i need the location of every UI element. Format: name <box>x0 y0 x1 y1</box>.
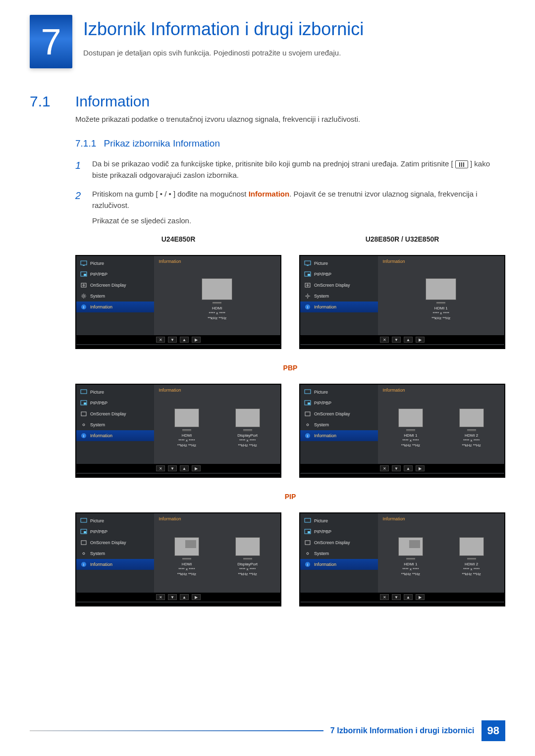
osd-content-title: Information <box>159 259 275 264</box>
svg-rect-0 <box>81 261 87 265</box>
info-icon: i <box>304 304 311 310</box>
osd-menu-system[interactable]: System <box>300 291 378 302</box>
osd-menu-picture[interactable]: Picture <box>300 258 378 269</box>
osd-content: Information HDMI **** x **** **kHz **Hz <box>154 256 280 335</box>
info-icon: i <box>80 304 87 310</box>
nav-close[interactable]: ✕ <box>156 337 165 343</box>
osd-nav: ✕ ▼ ▲ ▶ <box>76 335 280 344</box>
svg-rect-33 <box>81 541 86 545</box>
mode-label-pip: PIP <box>75 493 505 501</box>
footer-text: 7 Izbornik Information i drugi izbornici <box>330 726 475 735</box>
picture-icon <box>80 260 87 266</box>
chapter-number: 7 <box>30 15 72 68</box>
model-label-left: U24E850R <box>75 235 281 243</box>
osd-panel: Picture PIP/PBP OnScreen Display System … <box>75 255 281 349</box>
section-body: Možete prikazati podatke o trenutačnoj i… <box>75 115 505 123</box>
osd-menu-system[interactable]: System <box>76 291 154 302</box>
osd-menu: Picture PIP/PBP OnScreen Display System … <box>76 256 154 335</box>
nav-right[interactable]: ▶ <box>192 337 201 343</box>
osd-menu-information[interactable]: iInformation <box>300 302 378 312</box>
svg-rect-1 <box>83 265 85 266</box>
svg-rect-26 <box>305 412 310 416</box>
footer-rule <box>30 730 323 731</box>
page-number: 98 <box>482 720 505 741</box>
svg-rect-39 <box>308 531 310 533</box>
model-label-right: U28E850R / U32E850R <box>299 235 505 243</box>
steps-list: 1 Da bi se prikazao vodič za funkcijske … <box>75 158 505 226</box>
mode-label-pbp: PBP <box>75 364 505 372</box>
svg-rect-8 <box>305 261 311 265</box>
step-2-text-c: Prikazat će se sljedeći zaslon. <box>92 216 191 225</box>
chapter-title: Izbornik Information i drugi izbornici <box>83 19 364 40</box>
step-1-text-a: Da bi se prikazao vodič za funkcijske ti… <box>92 159 455 168</box>
chapter-subtitle: Dostupan je detaljan opis svih funkcija.… <box>83 49 364 57</box>
svg-rect-25 <box>308 403 310 404</box>
svg-point-13 <box>307 295 309 297</box>
svg-text:i: i <box>307 562 308 567</box>
osd-menu-onscreen[interactable]: OnScreen Display <box>76 280 154 291</box>
svg-rect-9 <box>307 265 309 266</box>
svg-text:i: i <box>307 305 308 309</box>
gear-icon <box>304 293 311 299</box>
svg-rect-18 <box>84 403 86 404</box>
onscreen-icon <box>80 282 87 288</box>
osd-menu: Picture PIP/PBP OnScreen Display System … <box>300 256 378 335</box>
page-footer: 7 Izbornik Information i drugi izbornici… <box>30 720 505 741</box>
nav-down[interactable]: ▼ <box>168 337 177 343</box>
svg-point-34 <box>83 553 85 554</box>
osd-panel-pbp: Picture PIP/PBP OnScreen Display System … <box>75 384 281 478</box>
osd-panel-pip: Picture PIP/PBP OnScreen Display System … <box>75 512 281 606</box>
svg-point-20 <box>83 424 85 426</box>
step-2-text-a: Pritiskom na gumb [ • / • ] dođite na mo… <box>92 190 249 198</box>
osd-panel-pip: Picture PIP/PBP OnScreen Display System … <box>299 512 505 606</box>
section-title: Information <box>75 93 150 110</box>
svg-point-41 <box>307 553 309 554</box>
svg-rect-16 <box>81 390 87 394</box>
svg-rect-23 <box>305 390 311 394</box>
subsection-number: 7.1.1 <box>75 138 96 149</box>
svg-rect-11 <box>308 274 310 276</box>
svg-text:i: i <box>83 305 84 309</box>
svg-rect-19 <box>81 412 86 416</box>
osd-panel: Picture PIP/PBP OnScreen Display System … <box>299 255 505 349</box>
osd-menu-picture[interactable]: Picture <box>76 258 154 269</box>
svg-point-27 <box>307 424 309 426</box>
picture-icon <box>304 260 311 266</box>
step-number: 1 <box>75 158 84 181</box>
section-number: 7.1 <box>30 93 64 110</box>
svg-rect-37 <box>305 518 311 522</box>
subsection-title: Prikaz izbornika Information <box>104 138 220 149</box>
svg-text:i: i <box>83 434 84 438</box>
svg-rect-3 <box>84 274 86 276</box>
nav-up[interactable]: ▲ <box>180 337 189 343</box>
subsection-heading: 7.1.1 Prikaz izbornika Information <box>75 138 505 149</box>
pip-icon <box>80 271 87 277</box>
menu-icon <box>455 160 468 168</box>
svg-rect-40 <box>305 541 310 545</box>
onscreen-icon <box>304 282 311 288</box>
signal-text: HDMI **** x **** **kHz **Hz <box>208 306 226 321</box>
step-1: 1 Da bi se prikazao vodič za funkcijske … <box>75 158 505 181</box>
section-heading: 7.1 Information <box>30 93 505 110</box>
gear-icon <box>80 293 87 299</box>
step-number: 2 <box>75 188 84 227</box>
svg-text:i: i <box>83 562 84 567</box>
signal-preview: HDMI **** x **** **kHz **Hz <box>202 278 232 321</box>
pip-icon <box>304 271 311 277</box>
osd-menu-pip-pbp[interactable]: PIP/PBP <box>76 269 154 280</box>
osd-panel-pbp: Picture PIP/PBP OnScreen Display System … <box>299 384 505 478</box>
osd-menu-onscreen[interactable]: OnScreen Display <box>300 280 378 291</box>
osd-menu-pip-pbp[interactable]: PIP/PBP <box>300 269 378 280</box>
svg-point-5 <box>83 295 85 297</box>
svg-rect-32 <box>84 531 86 533</box>
svg-text:i: i <box>307 434 308 438</box>
step-2: 2 Pritiskom na gumb [ • / • ] dođite na … <box>75 188 505 227</box>
step-2-highlight: Information <box>249 190 290 198</box>
osd-menu-information[interactable]: iInformation <box>76 302 154 312</box>
chapter-header: 7 Izbornik Information i drugi izbornici… <box>30 15 505 68</box>
svg-rect-30 <box>81 518 87 522</box>
